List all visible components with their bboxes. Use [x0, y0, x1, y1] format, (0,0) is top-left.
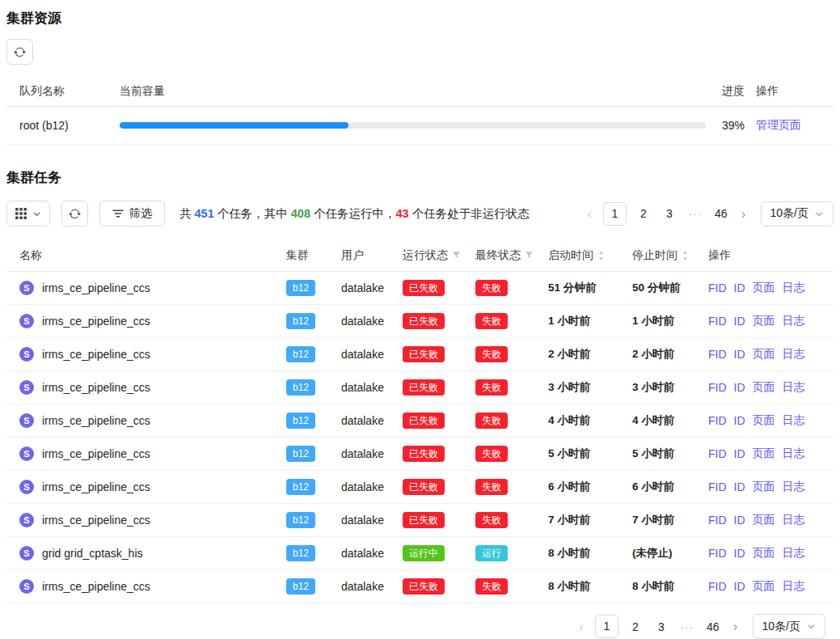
tasks-summary: 共 451 个任务，其中 408 个任务运行中，43 个任务处于非运行状态 [179, 206, 530, 222]
action-link-id[interactable]: ID [734, 348, 745, 361]
action-link-fid[interactable]: FID [708, 414, 727, 427]
pagination-ellipsis: ··· [678, 620, 696, 633]
next-page-button[interactable]: › [738, 207, 749, 221]
run-status-badge: 已失败 [403, 446, 445, 462]
row-actions: FIDID页面日志 [708, 380, 821, 395]
page-button-46[interactable]: 46 [704, 620, 722, 633]
resources-refresh-button[interactable] [6, 39, 33, 65]
action-link-log[interactable]: 日志 [783, 413, 805, 428]
action-link-log[interactable]: 日志 [783, 347, 805, 362]
action-link-page[interactable]: 页面 [753, 546, 775, 561]
start-time: 4 小时前 [548, 413, 632, 428]
spark-avatar-icon: S [19, 314, 34, 328]
cluster-badge: b12 [286, 313, 315, 329]
action-link-id[interactable]: ID [734, 480, 745, 493]
action-link-id[interactable]: ID [734, 414, 745, 427]
task-name: irms_ce_pipeline_ccs [42, 315, 150, 328]
running-count: 408 [291, 207, 310, 220]
page-button-46[interactable]: 46 [712, 207, 730, 220]
stop-time: 2 小时前 [632, 347, 708, 362]
page-button-3[interactable]: 3 [652, 620, 670, 633]
action-link-id[interactable]: ID [734, 315, 745, 328]
filter-icon[interactable] [452, 251, 461, 260]
stop-time: (未停止) [632, 546, 708, 561]
action-link-log[interactable]: 日志 [783, 446, 805, 461]
action-link-id[interactable]: ID [734, 281, 745, 294]
page-button-2[interactable]: 2 [627, 620, 644, 633]
action-link-id[interactable]: ID [734, 381, 745, 394]
resource-row: root (b12) 39% 管理页面 [6, 107, 834, 145]
action-link-page[interactable]: 页面 [753, 413, 775, 428]
action-link-page[interactable]: 页面 [753, 579, 775, 594]
action-link-log[interactable]: 日志 [783, 314, 805, 328]
manage-page-link[interactable]: 管理页面 [756, 118, 801, 131]
table-row: S grid grid_cptask_his b12 datalake 运行中 … [6, 537, 834, 570]
prev-page-button[interactable]: ‹ [584, 207, 595, 221]
start-time: 5 小时前 [548, 446, 632, 461]
name-cell: S grid grid_cptask_his [19, 546, 286, 561]
action-link-log[interactable]: 日志 [783, 380, 805, 395]
action-link-log[interactable]: 日志 [783, 546, 805, 561]
prev-page-button[interactable]: ‹ [576, 620, 587, 633]
page-size-select[interactable]: 10条/页 [753, 614, 825, 639]
action-link-log[interactable]: 日志 [783, 281, 805, 295]
layout-switch-button[interactable] [6, 201, 50, 226]
total-count: 451 [195, 207, 214, 220]
action-link-page[interactable]: 页面 [753, 380, 775, 395]
filter-button-label: 筛选 [129, 206, 152, 221]
action-link-fid[interactable]: FID [708, 580, 727, 593]
page-button-1[interactable]: 1 [603, 202, 627, 226]
sort-icon[interactable] [597, 250, 605, 261]
task-user: datalake [341, 281, 403, 294]
action-link-log[interactable]: 日志 [783, 513, 805, 527]
name-cell: S irms_ce_pipeline_ccs [19, 347, 286, 362]
sort-icon[interactable] [682, 250, 689, 261]
cluster-badge: b12 [286, 413, 315, 429]
action-link-fid[interactable]: FID [708, 348, 727, 361]
name-cell: S irms_ce_pipeline_ccs [19, 380, 286, 395]
action-link-fid[interactable]: FID [708, 447, 727, 460]
action-link-id[interactable]: ID [734, 514, 745, 527]
action-link-page[interactable]: 页面 [753, 314, 775, 328]
stop-time: 7 小时前 [632, 513, 708, 527]
table-row: S irms_ce_pipeline_ccs b12 datalake 已失败 … [6, 570, 834, 603]
page-button-3[interactable]: 3 [661, 207, 678, 220]
table-row: S irms_ce_pipeline_ccs b12 datalake 已失败 … [6, 371, 834, 404]
pagination-ellipsis: ··· [686, 207, 704, 220]
action-link-page[interactable]: 页面 [753, 446, 775, 461]
pagination-bottom: ‹123···46› [576, 615, 741, 638]
table-row: S irms_ce_pipeline_ccs b12 datalake 已失败 … [6, 338, 834, 371]
page-size-select[interactable]: 10条/页 [761, 201, 834, 226]
action-link-id[interactable]: ID [734, 580, 745, 593]
col-user: 用户 [341, 248, 403, 263]
tasks-refresh-button[interactable] [61, 201, 88, 226]
cluster-badge: b12 [286, 446, 315, 462]
page-button-1[interactable]: 1 [595, 615, 618, 638]
filter-icon[interactable] [525, 251, 534, 260]
action-link-log[interactable]: 日志 [783, 480, 805, 494]
task-user: datalake [341, 547, 403, 560]
page-button-2[interactable]: 2 [635, 207, 652, 220]
stop-time: 50 分钟前 [632, 281, 708, 295]
table-row: S irms_ce_pipeline_ccs b12 datalake 已失败 … [6, 504, 834, 537]
action-link-id[interactable]: ID [734, 547, 745, 560]
action-link-log[interactable]: 日志 [783, 579, 805, 594]
action-link-fid[interactable]: FID [708, 514, 727, 527]
action-link-page[interactable]: 页面 [753, 513, 775, 527]
next-page-button[interactable]: › [730, 620, 741, 633]
action-link-fid[interactable]: FID [708, 281, 727, 294]
col-run-status: 运行状态 [403, 248, 475, 263]
start-time: 8 小时前 [548, 579, 632, 594]
action-link-page[interactable]: 页面 [753, 480, 775, 494]
action-link-fid[interactable]: FID [708, 547, 727, 560]
action-link-id[interactable]: ID [734, 447, 745, 460]
action-link-page[interactable]: 页面 [753, 347, 775, 362]
footer-bar: ‹123···46› 10条/页 [6, 614, 834, 639]
name-cell: S irms_ce_pipeline_ccs [19, 413, 286, 428]
action-link-fid[interactable]: FID [708, 480, 727, 493]
action-link-page[interactable]: 页面 [753, 281, 775, 295]
run-status-badge: 已失败 [403, 280, 445, 296]
action-link-fid[interactable]: FID [708, 315, 727, 328]
action-link-fid[interactable]: FID [708, 381, 727, 394]
filter-button[interactable]: 筛选 [99, 201, 165, 226]
